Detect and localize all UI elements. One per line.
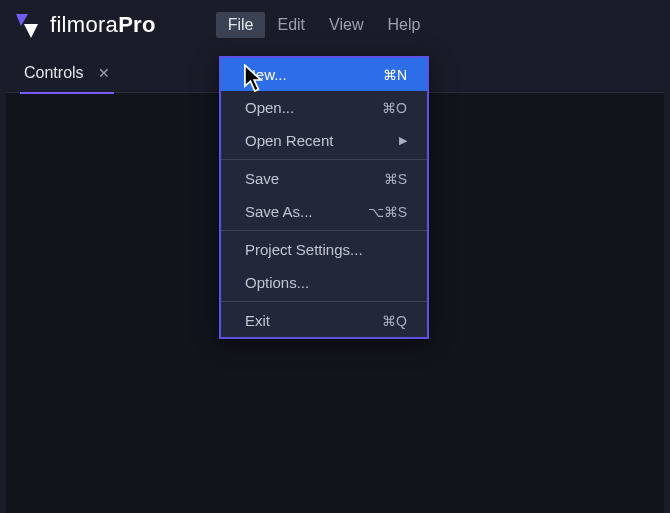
menu-item-label: Save As...	[245, 203, 313, 220]
menu-item-new[interactable]: New...⌘N	[221, 58, 427, 91]
menu-edit[interactable]: Edit	[265, 12, 317, 38]
menu-separator	[221, 230, 427, 231]
menu-view[interactable]: View	[317, 12, 375, 38]
menu-item-project-settings[interactable]: Project Settings...	[221, 233, 427, 266]
filmora-logo-icon	[14, 12, 40, 38]
chevron-right-icon: ▶	[399, 134, 407, 147]
titlebar: filmoraPro FileEditViewHelp	[0, 0, 670, 50]
menu-item-label: Open...	[245, 99, 294, 116]
menu-item-shortcut: ⌘O	[382, 100, 407, 116]
menubar: FileEditViewHelp	[216, 12, 433, 38]
menu-item-open[interactable]: Open...⌘O	[221, 91, 427, 124]
menu-item-shortcut: ⌘Q	[382, 313, 407, 329]
menu-item-shortcut: ⌥⌘S	[368, 204, 407, 220]
menu-item-save-as[interactable]: Save As...⌥⌘S	[221, 195, 427, 228]
menu-item-label: Project Settings...	[245, 241, 363, 258]
app-name: filmoraPro	[50, 12, 156, 38]
menu-help[interactable]: Help	[375, 12, 432, 38]
menu-item-label: New...	[245, 66, 287, 83]
tab-controls[interactable]: Controls ✕	[20, 58, 114, 94]
menu-item-label: Save	[245, 170, 279, 187]
menu-item-exit[interactable]: Exit⌘Q	[221, 304, 427, 337]
app-logo: filmoraPro	[14, 12, 156, 38]
close-icon[interactable]: ✕	[98, 65, 110, 81]
menu-item-shortcut: ⌘N	[383, 67, 407, 83]
menu-item-options[interactable]: Options...	[221, 266, 427, 299]
menu-item-shortcut: ⌘S	[384, 171, 407, 187]
menu-separator	[221, 301, 427, 302]
menu-item-label: Exit	[245, 312, 270, 329]
app-name-suffix: Pro	[118, 12, 156, 37]
app-name-base: filmora	[50, 12, 118, 37]
menu-separator	[221, 159, 427, 160]
file-menu-dropdown: New...⌘NOpen...⌘OOpen Recent▶Save⌘SSave …	[219, 56, 429, 339]
menu-item-label: Open Recent	[245, 132, 333, 149]
menu-file[interactable]: File	[216, 12, 266, 38]
menu-item-open-recent[interactable]: Open Recent▶	[221, 124, 427, 157]
menu-item-label: Options...	[245, 274, 309, 291]
tab-label: Controls	[24, 64, 84, 82]
menu-item-save[interactable]: Save⌘S	[221, 162, 427, 195]
